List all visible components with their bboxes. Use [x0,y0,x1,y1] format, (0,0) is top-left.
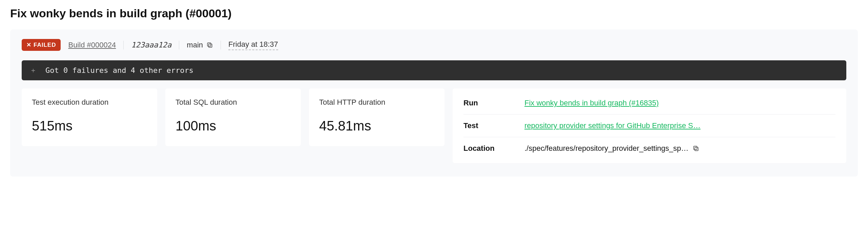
svg-rect-2 [695,147,698,151]
svg-rect-0 [209,44,212,47]
status-badge: ✕ FAILED [22,39,61,51]
run-link[interactable]: Fix wonky bends in build graph (#16835) [524,99,659,107]
info-row-run: Run Fix wonky bends in build graph (#168… [463,92,835,115]
commit-hash: 123aaa12a [124,41,179,49]
error-message: Got 0 failures and 4 other errors [45,66,193,75]
svg-rect-1 [207,43,211,46]
branch-group: main [179,41,221,49]
info-label: Run [463,99,518,107]
build-panel: ✕ FAILED Build #000024 123aaa12a main Fr… [10,29,858,177]
copy-icon[interactable] [206,42,213,48]
stat-card-exec: Test execution duration 515ms [22,88,157,146]
info-label: Location [463,144,518,153]
stat-card-sql: Total SQL duration 100ms [165,88,301,146]
timestamp-wrap: Friday at 18:37 [221,40,286,50]
status-label: FAILED [34,42,56,48]
info-panel: Run Fix wonky bends in build graph (#168… [453,88,846,163]
copy-icon[interactable] [693,145,699,152]
x-icon: ✕ [26,41,32,48]
error-bar: ＋ Got 0 failures and 4 other errors [22,60,846,80]
info-label: Test [463,121,518,130]
location-path: ./spec/features/repository_provider_sett… [524,144,688,153]
stat-label: Total SQL duration [175,98,291,107]
stat-value: 45.81ms [319,118,434,134]
stat-label: Test execution duration [32,98,147,107]
stat-card-http: Total HTTP duration 45.81ms [309,88,445,146]
meta-row: ✕ FAILED Build #000024 123aaa12a main Fr… [22,39,846,51]
test-link[interactable]: repository provider settings for GitHub … [524,121,701,130]
info-row-test: Test repository provider settings for Gi… [463,115,835,137]
content-row: Test execution duration 515ms Total SQL … [22,88,846,163]
timestamp: Friday at 18:37 [228,40,278,50]
stat-label: Total HTTP duration [319,98,434,107]
stat-value: 100ms [175,118,291,134]
build-link[interactable]: Build #000024 [61,41,123,49]
stat-value: 515ms [32,118,147,134]
page-title: Fix wonky bends in build graph (#00001) [10,7,858,20]
branch-name: main [187,41,203,49]
info-row-location: Location ./spec/features/repository_prov… [463,137,835,160]
svg-rect-3 [694,146,697,149]
expand-icon[interactable]: ＋ [30,66,37,75]
